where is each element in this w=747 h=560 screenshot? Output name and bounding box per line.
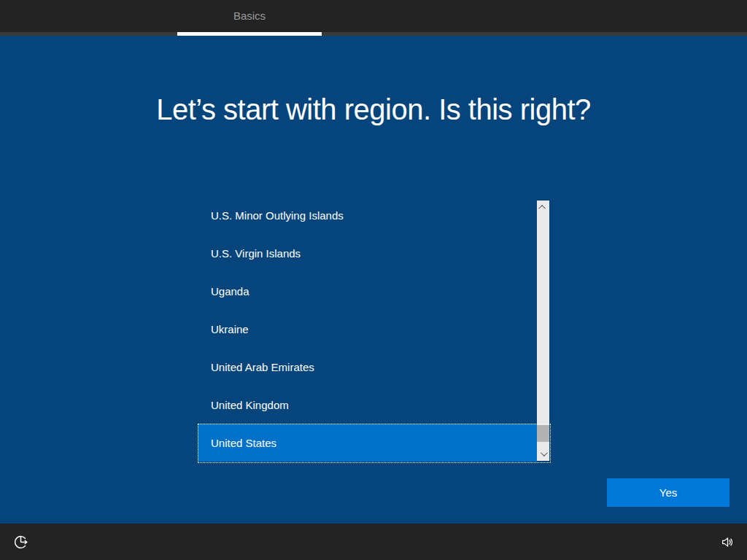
yes-button[interactable]: Yes	[607, 478, 729, 507]
tab-basics-underline	[177, 32, 322, 36]
scrollbar-up-arrow[interactable]	[537, 202, 549, 213]
list-item-united-states[interactable]: United States	[198, 424, 537, 462]
scrollbar-down-arrow[interactable]	[537, 448, 549, 459]
page-title: Let’s start with region. Is this right?	[0, 91, 747, 128]
oobe-region-page: Let’s start with region. Is this right? …	[0, 36, 747, 524]
scrollbar-thumb[interactable]	[537, 425, 549, 442]
list-item-united-kingdom[interactable]: United Kingdom	[198, 386, 537, 424]
list-item-united-arab-emirates[interactable]: United Arab Emirates	[198, 348, 537, 386]
list-item-label: U.S. Virgin Islands	[211, 247, 301, 260]
scrollbar[interactable]	[537, 201, 549, 461]
top-bar: Basics	[0, 0, 747, 36]
list-item-us-minor-outlying-islands[interactable]: U.S. Minor Outlying Islands	[198, 196, 537, 234]
bottom-bar	[0, 524, 747, 560]
ease-of-access-button[interactable]	[11, 532, 30, 551]
ease-of-access-icon	[14, 535, 28, 549]
list-item-label: Uganda	[211, 285, 249, 298]
chevron-up-icon	[538, 205, 546, 212]
tab-basics-label: Basics	[233, 9, 266, 26]
list-item-ukraine[interactable]: Ukraine	[198, 310, 537, 348]
list-item-label: United Arab Emirates	[211, 361, 314, 373]
volume-icon	[721, 536, 733, 548]
list-item-uganda[interactable]: Uganda	[198, 272, 537, 310]
list-item-label: Ukraine	[211, 323, 249, 335]
region-list: U.S. Minor Outlying Islands U.S. Virgin …	[198, 196, 549, 462]
chevron-down-icon	[541, 449, 548, 456]
list-item-label: U.S. Minor Outlying Islands	[211, 209, 344, 222]
tab-basics: Basics	[177, 0, 322, 36]
list-item-us-virgin-islands[interactable]: U.S. Virgin Islands	[198, 234, 537, 272]
volume-button[interactable]	[717, 532, 736, 551]
list-item-label: United States	[211, 437, 276, 449]
list-item-label: United Kingdom	[211, 399, 289, 411]
